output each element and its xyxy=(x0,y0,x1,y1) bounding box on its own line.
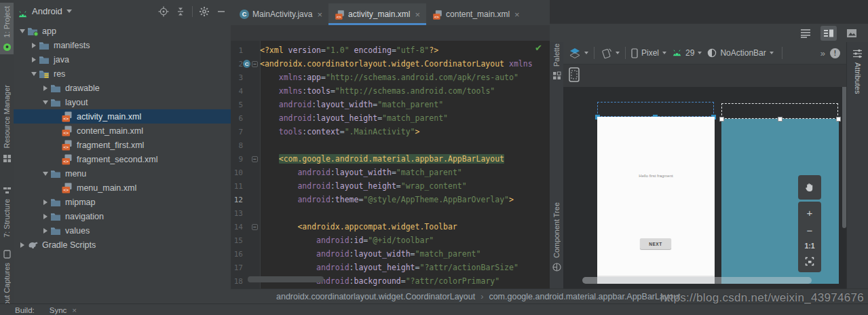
project-panel: Android appmanifestsjavaresdrawablelayou… xyxy=(14,0,231,303)
device-phone-icon xyxy=(631,48,638,58)
tree-item[interactable]: <>activity_main.xml xyxy=(14,109,231,124)
line-number: 12 xyxy=(231,196,243,204)
code-text: xmlns:app="http://schemas.android.com/ap… xyxy=(260,73,518,82)
chevron-right-icon[interactable] xyxy=(29,57,39,62)
tree-item[interactable]: <>content_main.xml xyxy=(14,124,231,138)
chevron-right-icon[interactable] xyxy=(29,43,39,48)
blueprint-preview[interactable] xyxy=(721,119,839,284)
tree-item-label: app xyxy=(42,26,56,36)
pan-hand-icon[interactable] xyxy=(798,175,821,200)
toolbar-overflow-button[interactable]: » xyxy=(820,48,825,58)
tree-item[interactable]: menu xyxy=(14,166,231,181)
error-badge-icon[interactable]: ! xyxy=(830,48,840,58)
project-header-actions xyxy=(158,6,227,17)
tree-item[interactable]: values xyxy=(14,223,231,238)
tool-window-tab-resource-manager[interactable]: Resource Manager xyxy=(0,81,14,166)
design-canvas[interactable]: Hello first fragment NEXT + − 1:1 xyxy=(563,87,847,289)
chevron-down-icon[interactable] xyxy=(41,100,50,105)
tree-item[interactable]: java xyxy=(14,52,231,67)
editor-tab[interactable]: CMainActivity.java× xyxy=(233,3,328,25)
status-bar: Build: Sync × xyxy=(0,303,868,315)
fold-icon[interactable]: − xyxy=(252,61,258,67)
tree-item[interactable]: drawable xyxy=(14,81,231,95)
build-label: Build: xyxy=(15,306,35,314)
divider xyxy=(782,47,782,59)
tree-item-label: activity_main.xml xyxy=(77,112,141,122)
tree-item[interactable]: navigation xyxy=(14,209,231,223)
zoom-out-icon[interactable]: − xyxy=(807,225,813,236)
breadcrumb-item[interactable]: com.google.android.material.appbar.AppBa… xyxy=(489,292,680,301)
tree-item[interactable]: <>fragment_first.xml xyxy=(14,138,231,152)
chevron-right-icon[interactable] xyxy=(18,242,27,248)
settings-gear-icon[interactable] xyxy=(199,6,210,17)
zoom-in-icon[interactable]: + xyxy=(807,208,813,218)
code-line: 8 xyxy=(231,138,550,152)
collapse-all-icon[interactable] xyxy=(175,6,186,17)
tool-window-tab--project[interactable]: 1: Project xyxy=(0,3,14,54)
api-level-selector[interactable]: 29 xyxy=(672,48,702,58)
selection-handle[interactable] xyxy=(719,117,724,122)
tree-item[interactable]: Gradle Scripts xyxy=(14,238,231,252)
tab-palette[interactable]: Palette xyxy=(550,43,563,79)
selection-handle[interactable] xyxy=(778,117,782,122)
selection-handle[interactable] xyxy=(836,117,841,122)
tree-item[interactable]: mipmap xyxy=(14,195,231,209)
tool-window-tab--structure[interactable]: 7: Structure xyxy=(0,182,14,241)
folder-icon xyxy=(39,54,50,65)
tree-item[interactable]: app xyxy=(14,24,231,38)
chevron-right-icon[interactable] xyxy=(41,214,50,219)
fold-icon[interactable]: − xyxy=(252,224,258,230)
editor-horizontal-scrollbar[interactable] xyxy=(248,276,324,282)
design-preview[interactable]: Hello first fragment NEXT xyxy=(597,117,715,284)
tree-item[interactable]: <>menu_main.xml xyxy=(14,181,231,195)
preview-next-button[interactable]: NEXT xyxy=(640,238,671,249)
code-area[interactable]: 1<?xml version="1.0" encoding="utf-8"?>2… xyxy=(231,43,550,288)
fold-icon[interactable]: − xyxy=(252,156,258,162)
chevron-right-icon[interactable] xyxy=(41,86,50,91)
editor-tab[interactable]: <>activity_main.xml× xyxy=(328,3,426,25)
folder-icon xyxy=(50,168,62,179)
orientation-icon[interactable] xyxy=(600,48,620,59)
build-sync-tab[interactable]: Sync xyxy=(50,306,67,314)
canvas-horizontal-scrollbar[interactable] xyxy=(582,277,812,284)
code-view-icon[interactable] xyxy=(797,26,814,41)
line-number: 17 xyxy=(231,263,243,272)
tree-item[interactable]: layout xyxy=(14,95,231,109)
device-selector[interactable]: Pixel xyxy=(631,48,666,58)
hide-panel-icon[interactable] xyxy=(216,6,227,17)
tree-item[interactable]: res xyxy=(14,67,231,81)
device-frame-icon[interactable] xyxy=(569,67,580,85)
chevron-right-icon[interactable] xyxy=(41,200,50,205)
split-view-icon[interactable] xyxy=(820,26,837,41)
line-number: 14 xyxy=(231,223,243,231)
tab-attributes[interactable]: Attributes xyxy=(854,62,862,94)
breadcrumb-item[interactable]: androidx.coordinatorlayout.widget.Coordi… xyxy=(276,292,475,301)
close-icon[interactable]: × xyxy=(415,10,420,20)
tree-item[interactable]: <>fragment_second.xml xyxy=(14,152,231,166)
design-view-icon[interactable] xyxy=(844,26,860,41)
chevron-down-icon[interactable] xyxy=(29,72,39,76)
code-line: 15 android:id="@+id/toolbar" xyxy=(231,234,550,247)
design-left-tool-bar: Palette Component Tree xyxy=(550,42,564,289)
layers-icon[interactable] xyxy=(569,48,588,58)
locate-icon[interactable] xyxy=(158,6,169,17)
chevron-right-icon[interactable] xyxy=(41,228,50,234)
inspection-status-icon[interactable]: ✔ xyxy=(535,43,542,53)
close-icon[interactable]: × xyxy=(72,306,77,314)
tab-component-tree[interactable]: Component Tree xyxy=(550,202,563,271)
tree-item[interactable]: manifests xyxy=(14,38,231,52)
editor-tab[interactable]: <>content_main.xml× xyxy=(426,3,526,25)
code-editor: CMainActivity.java×<>activity_main.xml×<… xyxy=(231,0,550,289)
close-icon[interactable]: × xyxy=(514,10,520,20)
close-icon[interactable]: × xyxy=(317,10,322,20)
chevron-down-icon[interactable] xyxy=(41,172,50,176)
zoom-ratio[interactable]: 1:1 xyxy=(804,242,814,250)
code-line: 5 android:layout_width="match_parent" xyxy=(231,98,550,111)
zoom-to-fit-icon[interactable] xyxy=(805,257,814,266)
tree-item-label: java xyxy=(54,55,69,64)
svg-text:<>: <> xyxy=(63,159,69,164)
code-text: <androidx.coordinatorlayout.widget.Coord… xyxy=(260,59,533,69)
project-view-selector[interactable]: Android xyxy=(32,6,62,16)
chevron-down-icon[interactable] xyxy=(18,29,27,33)
theme-selector[interactable]: NoActionBar xyxy=(707,48,773,58)
